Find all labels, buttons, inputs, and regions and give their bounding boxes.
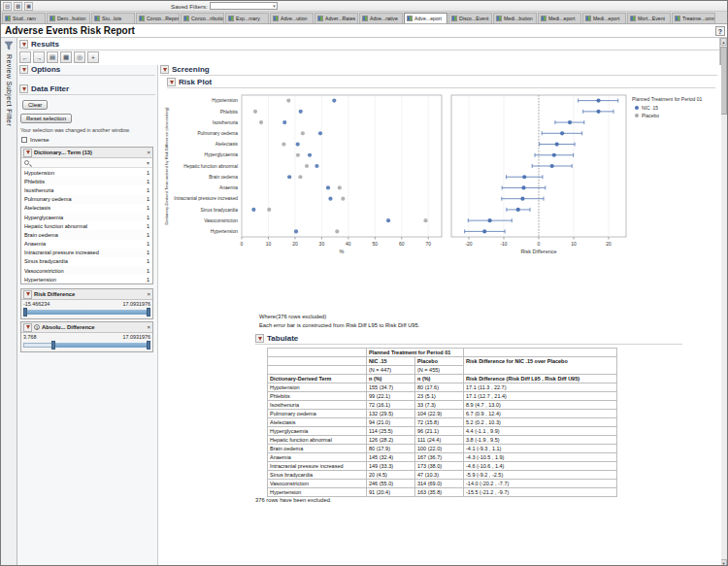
disclosure-icon[interactable] <box>19 84 28 93</box>
report-tab-icon <box>5 16 11 21</box>
close-icon[interactable]: × <box>147 150 150 155</box>
back-arrow-icon[interactable]: ← <box>19 51 31 63</box>
svg-text:%: % <box>340 249 345 254</box>
report-tab-0[interactable]: Stud...ram <box>2 13 46 23</box>
disclosure-icon[interactable] <box>167 78 176 86</box>
disclosure-icon[interactable] <box>160 65 169 74</box>
table-row: Hyperglycaemia114 (25.5)96 (21.1)4.4 (-1… <box>268 427 617 436</box>
filter-term-item[interactable]: Pulmonary oedema1 <box>21 195 152 204</box>
filter-term-item[interactable]: Hypotension1 <box>21 168 152 177</box>
report-icon[interactable]: ▣ <box>24 2 33 11</box>
disclosure-icon[interactable] <box>23 290 32 299</box>
filter-term-count: 1 <box>147 196 149 202</box>
filter-term-item[interactable]: Intracranial pressure increased1 <box>21 249 152 257</box>
review-subject-filter-rail[interactable]: Review Subject Filter <box>1 38 17 566</box>
filter-term-item[interactable]: Atelectasis1 <box>21 204 152 213</box>
window-menu-icon[interactable]: ▤ <box>3 2 12 11</box>
filter-term-item[interactable]: Isosthenuria1 <box>21 185 152 194</box>
table-cell-nic: 114 (25.5) <box>367 427 415 436</box>
slider-handle-right[interactable] <box>147 308 150 316</box>
table-cell-rd: -14.0 (-20.2 , -7.7) <box>464 480 617 488</box>
table-cell-placebo: 80 (17.6) <box>415 383 464 392</box>
scrollbar-thumb[interactable] <box>720 47 727 115</box>
grid-view-icon[interactable]: ▦ <box>60 51 72 63</box>
risk-slider-title: Risk Difference <box>34 291 75 297</box>
report-tab-1[interactable]: Dem...bution <box>47 13 90 23</box>
filter-term-item[interactable]: Sinus bradycardia1 <box>21 257 152 266</box>
close-icon[interactable]: × <box>147 324 150 330</box>
filter-term-item[interactable]: Vasoconstriction1 <box>21 266 152 275</box>
filter-term-count: 1 <box>147 268 149 274</box>
report-tab-2[interactable]: Stu...lots <box>91 13 135 23</box>
table-cell-term: Phlebitis <box>268 392 367 401</box>
report-tab-10[interactable]: Disco...Event <box>448 13 492 23</box>
term-list-filter-row[interactable]: ▾ <box>21 158 152 168</box>
results-title: Results <box>31 40 59 49</box>
saved-filters-select[interactable]: ▾ <box>210 2 278 10</box>
abs-slider-max: 17.0931976 <box>123 334 150 340</box>
svg-text:10: 10 <box>571 241 577 247</box>
help-button[interactable]: ? <box>715 26 725 36</box>
scroll-up-icon[interactable]: ▲ <box>720 38 727 46</box>
table-view-icon[interactable]: ▤ <box>47 51 58 63</box>
inverse-checkbox[interactable] <box>21 137 27 143</box>
report-tab-8[interactable]: Adve...rative <box>359 13 403 23</box>
report-tab-11[interactable]: Medi...bution <box>493 13 537 23</box>
disclosure-icon[interactable] <box>19 65 28 74</box>
filter-term-count: 1 <box>147 187 149 193</box>
filter-term-item[interactable]: Phlebitis1 <box>21 177 152 185</box>
data-filter-header: Data Filter <box>19 84 155 95</box>
svg-text:Vasoconstriction: Vasoconstriction <box>204 218 238 223</box>
disclosure-icon[interactable] <box>255 334 264 343</box>
tab-label: Adve...eport <box>414 16 442 21</box>
disclosure-icon[interactable] <box>23 149 32 157</box>
rail-label: Review Subject Filter <box>6 54 13 126</box>
tab-label: Adve...rative <box>370 16 398 21</box>
table-cell-rd: -4.6 (-10.6 , 1.4) <box>464 462 617 471</box>
report-tab-14[interactable]: Mort...Event <box>627 13 671 23</box>
slider-range[interactable] <box>23 310 150 315</box>
report-tab-9[interactable]: Adve...eport <box>404 13 447 23</box>
inverse-checkbox-row[interactable]: Inverse <box>21 137 50 143</box>
report-tab-6[interactable]: Adve...ution <box>270 13 314 23</box>
grid-icon[interactable]: ▦ <box>14 2 22 11</box>
table-cell-term: Atelectasis <box>268 418 367 427</box>
col-placebo-n: (N = 455) <box>415 366 464 375</box>
svg-text:20: 20 <box>292 241 298 247</box>
slider-handle-left[interactable] <box>51 341 55 350</box>
select-tool-icon[interactable]: ◎ <box>74 51 85 63</box>
filter-term-item[interactable]: Hypertension1 <box>21 275 152 283</box>
report-tab-15[interactable]: Treatme...ummary <box>672 13 715 23</box>
risk-plot-svg[interactable]: 010203040506070%-20-1001020Risk Differen… <box>160 91 718 264</box>
add-tool-icon[interactable]: + <box>87 51 99 63</box>
filter-term-item[interactable]: Hepatic function abnormal1 <box>21 221 152 230</box>
report-tab-5[interactable]: Exp...mary <box>225 13 269 23</box>
scroll-down-icon[interactable]: ▼ <box>720 559 727 566</box>
col-npct1: n (%) <box>367 375 415 383</box>
filter-term-item[interactable]: Brain oedema1 <box>21 230 152 239</box>
filter-term-label: Sinus bradycardia <box>24 258 68 264</box>
report-tab-7[interactable]: Adver...Rates <box>314 13 358 23</box>
risk-range-slider[interactable] <box>23 308 150 316</box>
table-cell-term: Hypertension <box>268 488 367 497</box>
report-tab-4[interactable]: Conco...ribution <box>181 13 224 23</box>
slider-handle-left[interactable] <box>23 308 27 316</box>
reset-selection-button[interactable]: Reset selection <box>20 114 72 123</box>
svg-text:Risk Difference: Risk Difference <box>520 249 556 254</box>
clear-button[interactable]: Clear <box>22 100 48 110</box>
slider-range[interactable] <box>51 343 150 348</box>
disclosure-icon[interactable] <box>23 323 32 332</box>
forward-arrow-icon[interactable]: → <box>33 51 45 63</box>
slider-handle-right[interactable] <box>147 341 150 350</box>
filter-term-count: 1 <box>147 277 149 283</box>
risk-difference-filter: Risk Difference × -15.466234 17.0931976 <box>20 288 153 319</box>
report-tab-12[interactable]: Medi...eport <box>538 13 581 23</box>
disclosure-icon[interactable] <box>19 40 28 49</box>
table-cell-term: Pulmonary oedema <box>268 410 367 418</box>
filter-term-item[interactable]: Hyperglycaemia1 <box>21 213 152 221</box>
report-tab-13[interactable]: Medi...eport <box>582 13 626 23</box>
abs-range-slider[interactable] <box>23 341 150 350</box>
close-icon[interactable]: × <box>147 291 150 297</box>
filter-term-item[interactable]: Anaemia1 <box>21 240 152 249</box>
report-tab-3[interactable]: Conco...Report <box>136 13 180 23</box>
